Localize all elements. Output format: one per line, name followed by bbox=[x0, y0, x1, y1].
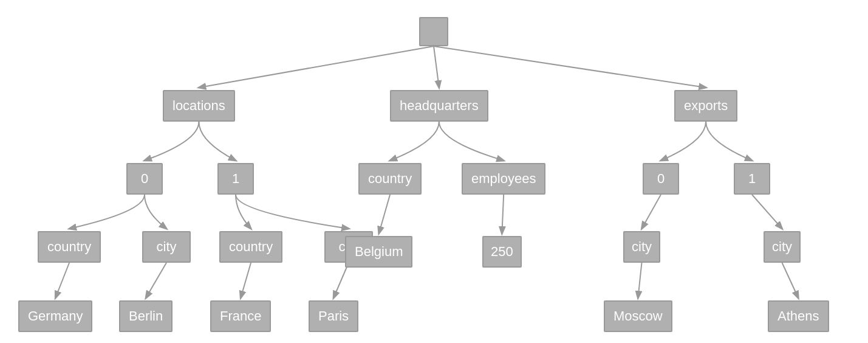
exp-1-node: 1 bbox=[734, 163, 770, 195]
svg-line-0 bbox=[199, 46, 434, 88]
svg-line-12 bbox=[782, 263, 799, 298]
loc1-paris-node: Paris bbox=[309, 300, 358, 332]
locations-node: locations bbox=[163, 90, 235, 122]
exp0-city-node: city bbox=[623, 231, 660, 263]
exp1-city-node: city bbox=[764, 231, 801, 263]
svg-line-11 bbox=[638, 263, 641, 298]
exp-0-node: 0 bbox=[643, 163, 679, 195]
svg-line-7 bbox=[55, 263, 69, 298]
loc0-germany-node: Germany bbox=[18, 300, 92, 332]
exp0-moscow-node: Moscow bbox=[604, 300, 672, 332]
headquarters-node: headquarters bbox=[390, 90, 488, 122]
hq-belgium-node: Belgium bbox=[345, 236, 412, 268]
svg-line-1 bbox=[434, 46, 439, 88]
hq-employees-node: employees bbox=[462, 163, 545, 195]
svg-line-9 bbox=[241, 263, 251, 298]
exp1-athens-node: Athens bbox=[768, 300, 829, 332]
loc1-country-node: country bbox=[219, 231, 282, 263]
svg-line-6 bbox=[752, 195, 782, 229]
exports-node: exports bbox=[674, 90, 737, 122]
hq-250-node: 250 bbox=[482, 236, 522, 268]
svg-line-3 bbox=[379, 195, 390, 234]
loc0-country-node: country bbox=[38, 231, 101, 263]
hq-country-node: country bbox=[358, 163, 422, 195]
root-node bbox=[419, 17, 448, 46]
loc1-france-node: France bbox=[210, 300, 271, 332]
loc-0-node: 0 bbox=[126, 163, 163, 195]
svg-line-2 bbox=[434, 46, 706, 88]
loc0-berlin-node: Berlin bbox=[119, 300, 173, 332]
svg-line-5 bbox=[642, 195, 661, 229]
svg-line-10 bbox=[333, 263, 349, 298]
loc-1-node: 1 bbox=[217, 163, 254, 195]
svg-line-8 bbox=[146, 263, 166, 298]
loc0-city-node: city bbox=[142, 231, 191, 263]
svg-line-4 bbox=[502, 195, 504, 234]
